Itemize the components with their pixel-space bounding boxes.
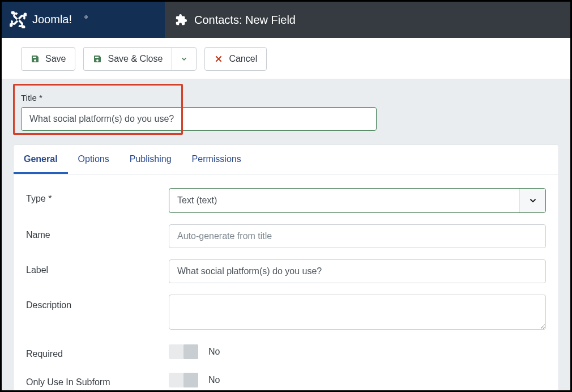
only-subform-toggle[interactable]	[169, 373, 198, 387]
chevron-down-icon	[519, 189, 545, 212]
tab-publishing[interactable]: Publishing	[119, 145, 182, 174]
type-label: Type *	[26, 188, 169, 204]
tab-permissions[interactable]: Permissions	[182, 145, 251, 174]
name-label: Name	[26, 224, 169, 240]
app-header: Joomla! ® Contacts: New Field	[2, 2, 570, 38]
title-label: Title *	[21, 93, 559, 103]
tab-options[interactable]: Options	[68, 145, 119, 174]
svg-text:Joomla!: Joomla!	[32, 14, 72, 25]
label-input[interactable]	[169, 259, 546, 283]
tab-general[interactable]: General	[14, 145, 68, 174]
page-heading: Contacts: New Field	[165, 2, 570, 38]
save-close-button[interactable]: Save & Close	[83, 47, 172, 71]
row-description: Description	[26, 295, 546, 332]
save-close-group: Save & Close	[83, 47, 197, 71]
form: Type * Text (text) Name	[14, 174, 558, 392]
only-subform-label: Only Use In Subform	[26, 372, 169, 387]
label-label: Label	[26, 259, 169, 275]
page-heading-text: Contacts: New Field	[194, 14, 296, 27]
joomla-logo-icon	[10, 11, 27, 28]
row-label: Label	[26, 259, 546, 283]
description-textarea[interactable]	[169, 295, 546, 330]
row-type: Type * Text (text)	[26, 188, 546, 213]
puzzle-icon	[175, 14, 187, 26]
brand-box[interactable]: Joomla! ®	[2, 2, 165, 38]
cancel-button[interactable]: Cancel	[204, 47, 267, 71]
tabs: General Options Publishing Permissions	[14, 145, 558, 174]
row-only-subform: Only Use In Subform No	[26, 372, 546, 389]
title-area: Title *	[2, 79, 570, 144]
chevron-down-icon	[180, 55, 188, 63]
description-label: Description	[26, 295, 169, 310]
only-subform-state: No	[208, 375, 220, 385]
required-label: Required	[26, 343, 169, 359]
save-icon	[93, 54, 102, 63]
save-close-dropdown-toggle[interactable]	[172, 47, 197, 71]
save-icon	[31, 54, 40, 63]
name-input[interactable]	[169, 224, 546, 248]
brand-name: Joomla! ®	[32, 14, 165, 26]
close-icon	[214, 54, 223, 63]
toolbar: Save Save & Close Cancel	[2, 38, 570, 79]
save-button[interactable]: Save	[21, 47, 75, 71]
panel: General Options Publishing Permissions T…	[13, 144, 559, 392]
required-toggle[interactable]	[169, 344, 198, 359]
type-select-value: Text (text)	[177, 195, 217, 206]
required-state: No	[208, 347, 220, 357]
type-select[interactable]: Text (text)	[169, 188, 546, 213]
row-name: Name	[26, 224, 546, 248]
title-input[interactable]	[21, 107, 377, 131]
svg-text:®: ®	[84, 15, 88, 20]
row-required: Required No	[26, 343, 546, 360]
